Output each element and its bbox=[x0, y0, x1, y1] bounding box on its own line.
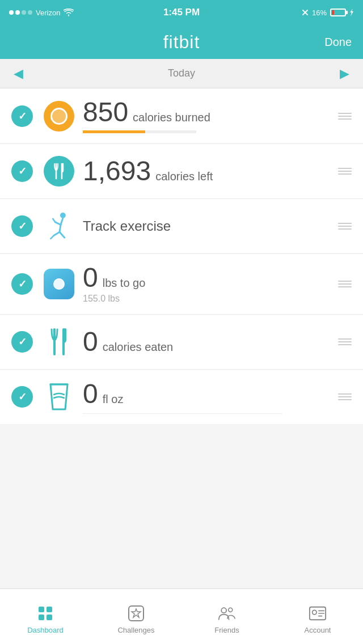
calories-left-number: 1,693 bbox=[83, 158, 151, 185]
svg-line-8 bbox=[60, 232, 65, 238]
drag-handle-water[interactable] bbox=[338, 393, 352, 400]
fork-knife-circle-icon bbox=[44, 156, 74, 187]
account-icon-wrapper bbox=[309, 604, 327, 622]
battery-fill bbox=[332, 10, 334, 15]
water-icon-wrapper bbox=[42, 380, 76, 414]
tab-friends-label: Friends bbox=[214, 626, 239, 634]
account-card-icon bbox=[309, 605, 327, 621]
weight-text: 0 lbs to go bbox=[83, 264, 332, 291]
tab-friends[interactable]: Friends bbox=[182, 589, 272, 644]
svg-point-23 bbox=[313, 610, 317, 615]
check-mark-6: ✓ bbox=[18, 391, 27, 403]
tab-dashboard[interactable]: Dashboard bbox=[0, 589, 91, 644]
tab-challenges-label: Challenges bbox=[117, 626, 154, 634]
weight-number: 0 bbox=[83, 264, 98, 291]
dot-2 bbox=[15, 10, 20, 15]
scale-circle bbox=[53, 278, 65, 290]
wifi-icon bbox=[64, 9, 74, 16]
weight-icon-wrapper bbox=[42, 267, 76, 301]
drag-handle-calories-eaten[interactable] bbox=[338, 338, 352, 345]
check-circle-calories-burned: ✓ bbox=[11, 105, 33, 127]
calories-eaten-item[interactable]: ✓ 0 calories eaten bbox=[0, 315, 363, 370]
svg-line-4 bbox=[61, 218, 63, 224]
svg-rect-14 bbox=[39, 607, 44, 612]
friends-icon-wrapper bbox=[218, 604, 236, 622]
calories-eaten-label: calories eaten bbox=[103, 341, 174, 354]
main-content: ✓ 850 calories burned ✓ bbox=[0, 88, 363, 424]
water-label: fl oz bbox=[103, 393, 124, 406]
track-exercise-item[interactable]: ✓ Track exercise bbox=[0, 199, 363, 254]
app-header: fitbit Done bbox=[0, 25, 363, 59]
battery-percent: 16% bbox=[312, 9, 327, 17]
check-circle-calories-eaten: ✓ bbox=[11, 331, 33, 353]
calories-burned-number: 850 bbox=[83, 99, 128, 126]
check-circle-water: ✓ bbox=[11, 386, 33, 408]
star-icon bbox=[128, 605, 145, 622]
svg-line-5 bbox=[55, 222, 61, 224]
calories-left-icon-wrapper bbox=[42, 154, 76, 188]
app-title: fitbit bbox=[163, 32, 200, 53]
dashboard-grid-icon bbox=[36, 604, 54, 622]
dot-1 bbox=[9, 10, 14, 15]
calories-eaten-number: 0 bbox=[83, 328, 98, 355]
water-item[interactable]: ✓ 0 fl oz bbox=[0, 370, 363, 424]
scale-icon bbox=[44, 269, 74, 299]
battery-icon bbox=[330, 9, 346, 16]
done-button[interactable]: Done bbox=[324, 36, 352, 49]
svg-line-6 bbox=[53, 218, 55, 222]
tab-dashboard-label: Dashboard bbox=[27, 626, 64, 634]
weight-sublabel: 155.0 lbs bbox=[83, 294, 332, 304]
svg-point-21 bbox=[229, 608, 233, 612]
tab-challenges[interactable]: Challenges bbox=[91, 589, 182, 644]
svg-line-7 bbox=[60, 224, 61, 232]
weight-item[interactable]: ✓ 0 lbs to go 155.0 lbs bbox=[0, 254, 363, 315]
fork-knife-icon bbox=[50, 162, 67, 181]
tab-account[interactable]: Account bbox=[272, 589, 363, 644]
drag-handle-weight[interactable] bbox=[338, 281, 352, 287]
water-text: 0 fl oz bbox=[83, 380, 332, 408]
calories-burned-progress-container bbox=[83, 130, 196, 133]
water-cup-icon bbox=[46, 382, 72, 412]
bluetooth-icon bbox=[302, 8, 309, 17]
check-mark-5: ✓ bbox=[18, 336, 27, 348]
prev-arrow[interactable]: ◀ bbox=[14, 66, 23, 81]
status-left: Verizon bbox=[9, 9, 74, 17]
drag-handle-calories-burned[interactable] bbox=[338, 113, 352, 120]
svg-rect-15 bbox=[47, 607, 52, 612]
water-content: 0 fl oz bbox=[83, 380, 332, 414]
status-right: 16% bbox=[302, 8, 354, 17]
calories-burned-text: 850 calories burned bbox=[83, 99, 332, 126]
drag-handle-exercise[interactable] bbox=[338, 223, 352, 230]
battery-icon-container bbox=[330, 9, 346, 16]
date-nav-bar: ◀ Today ▶ bbox=[0, 59, 363, 88]
water-number: 0 bbox=[83, 380, 98, 408]
calories-eaten-text: 0 calories eaten bbox=[83, 328, 332, 355]
status-time: 1:45 PM bbox=[163, 7, 200, 18]
track-exercise-text: Track exercise bbox=[83, 218, 332, 234]
check-mark-4: ✓ bbox=[18, 278, 27, 290]
tab-bar: Dashboard Challenges Friends bbox=[0, 588, 363, 644]
calories-left-item[interactable]: ✓ 1,693 calories left bbox=[0, 144, 363, 199]
check-mark-2: ✓ bbox=[18, 165, 27, 177]
track-exercise-content: Track exercise bbox=[83, 218, 332, 234]
calories-eaten-icon-wrapper bbox=[42, 325, 76, 359]
challenges-icon-wrapper bbox=[127, 604, 145, 622]
check-circle-exercise: ✓ bbox=[11, 215, 33, 237]
calories-burned-item[interactable]: ✓ 850 calories burned bbox=[0, 88, 363, 144]
drag-handle-calories-left[interactable] bbox=[338, 168, 352, 175]
check-circle-weight: ✓ bbox=[11, 273, 33, 295]
svg-line-9 bbox=[54, 232, 60, 235]
calories-left-content: 1,693 calories left bbox=[83, 158, 332, 185]
carrier-label: Verizon bbox=[36, 9, 60, 17]
svg-point-20 bbox=[221, 608, 226, 613]
weight-content: 0 lbs to go 155.0 lbs bbox=[83, 264, 332, 304]
next-arrow[interactable]: ▶ bbox=[340, 66, 349, 81]
exercise-icon-wrapper bbox=[42, 209, 76, 243]
calories-eaten-content: 0 calories eaten bbox=[83, 328, 332, 355]
svg-marker-19 bbox=[132, 609, 141, 617]
status-bar: Verizon 1:45 PM 16% bbox=[0, 0, 363, 25]
fork-knife-standalone-icon bbox=[45, 326, 73, 358]
calories-left-label: calories left bbox=[155, 170, 213, 183]
check-mark-3: ✓ bbox=[18, 220, 27, 232]
signal-dots bbox=[9, 10, 32, 15]
